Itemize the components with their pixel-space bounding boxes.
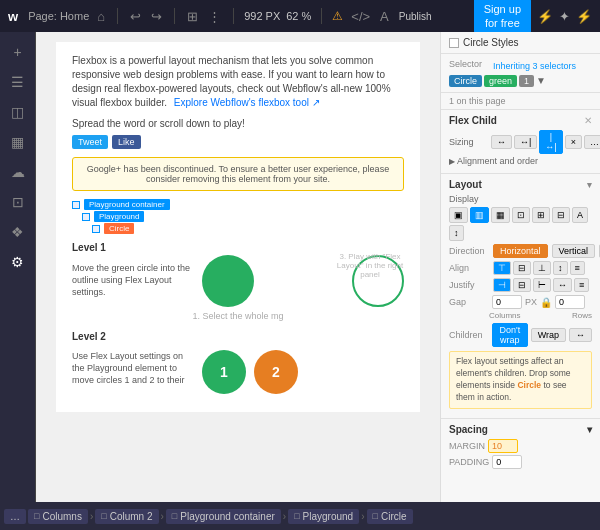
direction-horizontal[interactable]: Horizontal: [493, 244, 548, 258]
more-icon[interactable]: ⋮: [206, 7, 223, 26]
warning-icon[interactable]: ⚠: [332, 9, 343, 23]
align-end[interactable]: ⊥: [533, 261, 551, 275]
sizing-more[interactable]: …: [584, 135, 600, 149]
align-row: Align ⊤ ⊟ ⊥ ↕ ≡: [449, 261, 592, 275]
display-more[interactable]: ↕: [449, 225, 464, 241]
display-none[interactable]: ⊟: [552, 207, 570, 223]
sizing-fixed[interactable]: |↔|: [539, 130, 562, 154]
star-icon[interactable]: ✦: [559, 9, 570, 24]
align-stretch[interactable]: ↕: [553, 261, 568, 275]
bb-arrow1: ›: [90, 511, 93, 522]
sizing-shrink[interactable]: ↔: [491, 135, 512, 149]
margin-input[interactable]: [488, 439, 518, 453]
wrap-off-button[interactable]: Don't wrap: [492, 323, 528, 347]
redo-icon[interactable]: ↪: [149, 7, 164, 26]
bb-playground[interactable]: □ Playground: [288, 509, 359, 524]
publish-label[interactable]: Publish: [397, 9, 434, 24]
align-start[interactable]: ⊤: [493, 261, 511, 275]
padding-input[interactable]: [492, 455, 522, 469]
like-button[interactable]: Like: [112, 135, 141, 149]
flex-child-collapse[interactable]: ✕: [584, 115, 592, 126]
navigator-icon[interactable]: ☰: [0, 68, 35, 96]
chip-num[interactable]: 1: [519, 75, 534, 87]
bb-columns-label: Columns: [42, 511, 81, 522]
level2-title: Level 2: [72, 331, 404, 342]
flex-child-title: Flex Child: [449, 115, 497, 126]
bb-columns[interactable]: □ Columns: [28, 509, 88, 524]
display-inlineflex[interactable]: ⊞: [532, 207, 550, 223]
layout-icon[interactable]: ⊞: [185, 7, 200, 26]
layout-header[interactable]: Layout ▾: [449, 179, 592, 190]
pages-icon[interactable]: ⊡: [0, 188, 35, 216]
chip-dropdown-icon[interactable]: ▼: [536, 75, 546, 87]
selector-inheriting: Inheriting 3 selectors: [493, 61, 576, 71]
bb-more[interactable]: …: [4, 509, 26, 524]
justify-icons: ⊣ ⊟ ⊢ ↔ ≡: [493, 278, 589, 292]
display-block[interactable]: ▣: [449, 207, 468, 223]
flex-child-header: Flex Child ✕: [449, 115, 592, 126]
display-grid[interactable]: ▦: [491, 207, 510, 223]
align-baseline[interactable]: ≡: [570, 261, 585, 275]
wrap-reverse[interactable]: ↔: [569, 328, 592, 342]
chip-green[interactable]: green: [484, 75, 517, 87]
bc-playground[interactable]: Playground: [82, 211, 404, 222]
columns-label: Columns: [489, 311, 521, 320]
sizing-grow[interactable]: ↔|: [514, 135, 537, 149]
add-panel-icon[interactable]: +: [0, 38, 35, 66]
info-highlight: Circle: [517, 380, 541, 390]
wrap-on-button[interactable]: Wrap: [531, 328, 566, 342]
seo-icon[interactable]: A: [378, 7, 391, 26]
gap-lock-icon[interactable]: 🔒: [540, 297, 552, 308]
display-flex[interactable]: ▥: [470, 207, 489, 223]
tweet-button[interactable]: Tweet: [72, 135, 108, 149]
page-label: Page: Home: [28, 10, 89, 22]
justify-start[interactable]: ⊣: [493, 278, 511, 292]
alignment-order-row[interactable]: ▶ Alignment and order: [449, 154, 592, 168]
ecomm-icon[interactable]: ☁: [0, 158, 35, 186]
assets-icon[interactable]: ❖: [0, 218, 35, 246]
justify-between[interactable]: ↔: [553, 278, 572, 292]
bb-circle[interactable]: □ Circle: [367, 509, 413, 524]
justify-around[interactable]: ≡: [574, 278, 589, 292]
spacing-header[interactable]: Spacing ▾: [449, 424, 592, 435]
gap-columns-input[interactable]: [492, 295, 522, 309]
social-buttons: Tweet Like: [72, 135, 404, 149]
bb-playground-container[interactable]: □ Playground container: [166, 509, 281, 524]
flash-icon[interactable]: ⚡: [576, 9, 592, 24]
padding-row: PADDING: [449, 455, 592, 469]
gap-rows-input[interactable]: [555, 295, 585, 309]
justify-end[interactable]: ⊢: [533, 278, 551, 292]
chip-circle[interactable]: Circle: [449, 75, 482, 87]
level1-desc: Move the green circle into the outline u…: [72, 263, 192, 298]
children-row: Children Don't wrap Wrap ↔: [449, 323, 592, 347]
step2-hint: 3. Play with "Flex Layout" in the right …: [335, 252, 405, 279]
display-text[interactable]: A: [572, 207, 588, 223]
circle-1[interactable]: 1: [202, 350, 246, 394]
justify-center[interactable]: ⊟: [513, 278, 531, 292]
sizing-none[interactable]: ×: [565, 135, 582, 149]
settings-icon[interactable]: ⚙: [0, 248, 35, 276]
display-inline[interactable]: ⊡: [512, 207, 530, 223]
flex-info-box: Flex layout settings affect an element's…: [449, 351, 592, 409]
circle-styles-checkbox[interactable]: [449, 38, 459, 48]
bc-checkbox2: [82, 213, 90, 221]
undo-icon[interactable]: ↩: [128, 7, 143, 26]
bb-column2[interactable]: □ Column 2: [95, 509, 158, 524]
symbols-icon[interactable]: ◫: [0, 98, 35, 126]
rows-label: Rows: [572, 311, 592, 320]
align-center[interactable]: ⊟: [513, 261, 531, 275]
code-icon[interactable]: </>: [349, 7, 372, 26]
signup-button[interactable]: Sign up for free: [474, 0, 531, 34]
sizing-label: Sizing: [449, 137, 489, 147]
bc-playground-container[interactable]: Playground container: [72, 199, 404, 210]
green-circle[interactable]: [202, 255, 254, 307]
circle-2[interactable]: 2: [254, 350, 298, 394]
selector-label: Selector: [449, 59, 489, 69]
cms-icon[interactable]: ▦: [0, 128, 35, 156]
bc-circle[interactable]: Circle: [92, 223, 404, 234]
spread-text: Spread the word or scroll down to play!: [72, 118, 404, 129]
direction-vertical[interactable]: Vertical: [552, 244, 596, 258]
explore-link[interactable]: Explore Webflow's flexbox tool ↗: [174, 97, 320, 108]
lightning-icon[interactable]: ⚡: [537, 9, 553, 24]
home-icon[interactable]: ⌂: [95, 7, 107, 26]
